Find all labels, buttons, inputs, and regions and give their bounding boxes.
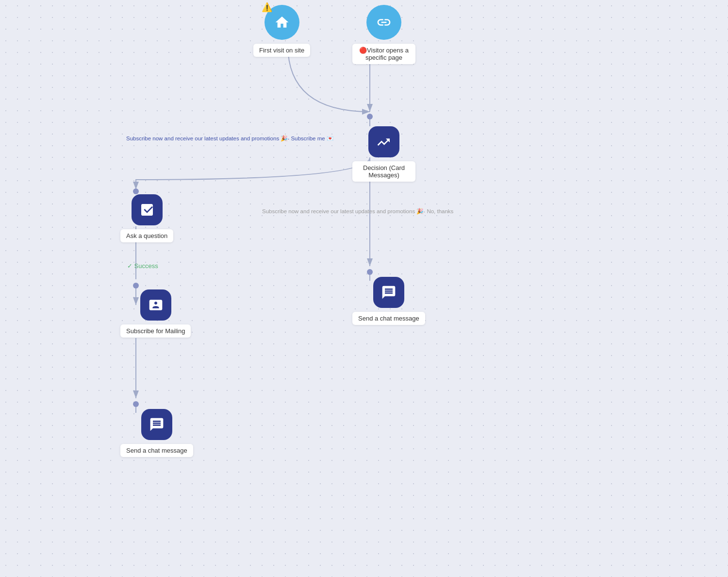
- decision-label: Decision (Card Messages): [352, 161, 415, 182]
- subscribe-mailing-icon[interactable]: [140, 289, 171, 321]
- send-chat-bottom-label: Send a chat message: [120, 444, 193, 457]
- node-ask-question[interactable]: Ask a question: [120, 194, 173, 242]
- input-icon: [139, 202, 155, 218]
- line-decision-askq: [136, 157, 370, 189]
- contact-card-icon: [148, 297, 164, 313]
- ask-question-icon[interactable]: [132, 194, 163, 225]
- node-subscribe-mailing[interactable]: Subscribe for Mailing: [120, 289, 191, 338]
- decision-icon[interactable]: [368, 126, 399, 157]
- home-icon: [274, 15, 290, 30]
- merge-dot: [367, 114, 373, 119]
- send-chat-right-label: Send a chat message: [352, 312, 425, 325]
- send-chat-bottom-icon[interactable]: [141, 409, 172, 440]
- decision-arrows-icon: [376, 134, 392, 150]
- visitor-opens-label: 🔴Visitor opens a specific page: [352, 44, 415, 64]
- node-visitor-opens[interactable]: 🔴Visitor opens a specific page: [352, 5, 415, 64]
- flow-canvas: ⚠️ First visit on site 🔴Visitor opens a …: [0, 0, 728, 577]
- ask-question-label: Ask a question: [120, 229, 173, 242]
- node-send-chat-bottom[interactable]: Send a chat message: [120, 409, 193, 457]
- success-label: ✓ Success: [127, 262, 158, 270]
- dot-before-askq: [133, 188, 139, 194]
- edge-label-subscribe-yes: Subscribe now and receive our latest upd…: [126, 135, 333, 142]
- node-decision[interactable]: Decision (Card Messages): [352, 126, 415, 182]
- chat-message-bottom-icon: [149, 417, 165, 432]
- first-visit-label: First visit on site: [253, 44, 310, 57]
- dot-before-sendchat-bottom: [133, 401, 139, 407]
- send-chat-right-icon[interactable]: [373, 277, 404, 308]
- link-icon: [376, 15, 392, 30]
- chat-message-right-icon: [381, 285, 397, 300]
- visitor-opens-icon[interactable]: [366, 5, 401, 40]
- warning-badge: ⚠️: [262, 2, 272, 13]
- edge-label-no-thanks: Subscribe now and receive our latest upd…: [262, 208, 453, 215]
- node-first-visit[interactable]: ⚠️ First visit on site: [253, 5, 310, 57]
- subscribe-mailing-label: Subscribe for Mailing: [120, 324, 191, 338]
- dot-before-subscribe: [133, 283, 139, 288]
- dot-before-sendchat-right: [367, 269, 373, 275]
- node-send-chat-right[interactable]: Send a chat message: [352, 277, 425, 325]
